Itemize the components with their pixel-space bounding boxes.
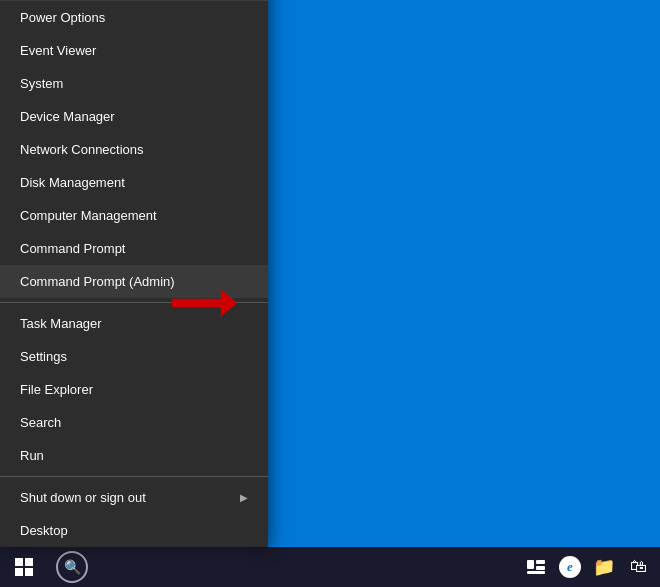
- menu-item-task-manager[interactable]: Task Manager: [0, 307, 268, 340]
- menu-separator: [0, 302, 268, 303]
- menu-item-event-viewer[interactable]: Event Viewer: [0, 34, 268, 67]
- svg-rect-3: [527, 571, 545, 574]
- shopping-bag-icon: 🛍: [630, 557, 647, 577]
- search-icon: 🔍: [64, 559, 81, 575]
- menu-item-label: System: [20, 76, 63, 91]
- submenu-arrow-icon: ▶: [240, 492, 248, 503]
- menu-item-settings[interactable]: Settings: [0, 340, 268, 373]
- menu-item-computer-management[interactable]: Computer Management: [0, 199, 268, 232]
- edge-logo: e: [559, 556, 581, 578]
- menu-item-run[interactable]: Run: [0, 439, 268, 472]
- menu-item-label: Settings: [20, 349, 67, 364]
- menu-item-search[interactable]: Search: [0, 406, 268, 439]
- menu-item-network-connections[interactable]: Network Connections: [0, 133, 268, 166]
- menu-item-shut-down[interactable]: Shut down or sign out▶: [0, 481, 268, 514]
- windows-icon: [15, 558, 33, 576]
- menu-item-label: Computer Management: [20, 208, 157, 223]
- menu-item-label: Search: [20, 415, 61, 430]
- folder-icon: 📁: [593, 556, 615, 578]
- tray-icons: e 📁 🛍: [520, 547, 660, 587]
- menu-item-label: Task Manager: [20, 316, 102, 331]
- menu-item-label: Network Connections: [20, 142, 144, 157]
- menu-item-label: Desktop: [20, 523, 68, 538]
- menu-item-system[interactable]: System: [0, 67, 268, 100]
- menu-item-label: Disk Management: [20, 175, 125, 190]
- menu-item-label: Power Options: [20, 10, 105, 25]
- menu-item-label: Shut down or sign out: [20, 490, 146, 505]
- context-menu: Apps and FeaturesPower OptionsEvent View…: [0, 0, 268, 547]
- edge-browser-icon[interactable]: e: [554, 547, 586, 587]
- menu-item-label: File Explorer: [20, 382, 93, 397]
- menu-separator: [0, 476, 268, 477]
- menu-item-disk-management[interactable]: Disk Management: [0, 166, 268, 199]
- menu-item-file-explorer[interactable]: File Explorer: [0, 373, 268, 406]
- menu-item-label: Run: [20, 448, 44, 463]
- file-explorer-icon[interactable]: 📁: [588, 547, 620, 587]
- taskview-icon[interactable]: [520, 547, 552, 587]
- start-button[interactable]: [0, 547, 48, 587]
- menu-item-label: Command Prompt (Admin): [20, 274, 175, 289]
- menu-item-device-manager[interactable]: Device Manager: [0, 100, 268, 133]
- svg-rect-0: [527, 560, 534, 569]
- menu-item-label: Event Viewer: [20, 43, 96, 58]
- menu-item-label: Device Manager: [20, 109, 115, 124]
- taskbar: 🔍 e 📁 🛍: [0, 547, 660, 587]
- menu-item-desktop[interactable]: Desktop: [0, 514, 268, 547]
- svg-rect-1: [536, 560, 545, 564]
- svg-rect-2: [536, 566, 545, 570]
- desktop: Apps and FeaturesPower OptionsEvent View…: [0, 0, 660, 587]
- menu-item-command-prompt-admin[interactable]: Command Prompt (Admin): [0, 265, 268, 298]
- taskbar-search-button[interactable]: 🔍: [56, 551, 88, 583]
- menu-item-power-options[interactable]: Power Options: [0, 1, 268, 34]
- menu-item-command-prompt[interactable]: Command Prompt: [0, 232, 268, 265]
- store-icon[interactable]: 🛍: [622, 547, 654, 587]
- menu-item-label: Command Prompt: [20, 241, 125, 256]
